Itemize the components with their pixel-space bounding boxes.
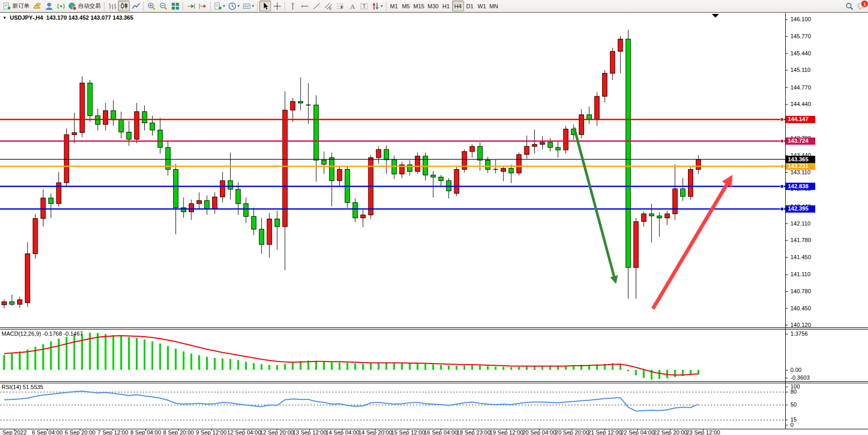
candle bbox=[2, 302, 7, 305]
price-badge-142.395: 142.395 bbox=[786, 205, 815, 213]
time-tick-label: 20 Sep 20:00 bbox=[555, 429, 589, 435]
signals-button[interactable] bbox=[55, 1, 67, 11]
notifications-button[interactable]: 1 bbox=[855, 1, 867, 11]
rsi-scale-label: 0 bbox=[790, 422, 794, 428]
time-tick-label: 13 Sep 12:00 bbox=[293, 429, 326, 435]
gold-button[interactable] bbox=[31, 1, 43, 11]
candle bbox=[634, 221, 638, 267]
new-chart-button[interactable]: ▾ bbox=[212, 1, 227, 11]
candle bbox=[641, 214, 646, 221]
periods-button[interactable]: ▾ bbox=[227, 1, 241, 11]
line-handle[interactable] bbox=[781, 140, 784, 143]
candle bbox=[25, 254, 30, 303]
tile-windows-icon bbox=[171, 2, 179, 10]
crosshair-button[interactable] bbox=[271, 1, 283, 11]
price-tick-label: 141.110 bbox=[790, 271, 811, 277]
chart-shift-marker[interactable] bbox=[712, 14, 719, 18]
auto-trading-button[interactable]: 自动交易 bbox=[67, 1, 102, 11]
toolbar-separator bbox=[285, 2, 285, 11]
cursor-button[interactable] bbox=[259, 1, 271, 11]
tile-windows-button[interactable] bbox=[169, 1, 181, 11]
bar-chart-icon bbox=[108, 2, 116, 10]
candle bbox=[220, 181, 225, 197]
line-handle[interactable] bbox=[781, 118, 784, 121]
time-tick-label: 18 Sep 23:00 bbox=[457, 429, 490, 435]
line-chart-button[interactable] bbox=[130, 1, 142, 11]
label-button[interactable]: T bbox=[358, 1, 370, 11]
auto-trading-icon bbox=[68, 2, 77, 10]
svg-text:143.365: 143.365 bbox=[788, 156, 809, 162]
chart-collapse-icon[interactable]: ▼ bbox=[3, 16, 7, 20]
zoom-in-button[interactable] bbox=[145, 1, 157, 11]
candle bbox=[213, 197, 217, 209]
down-arrow[interactable] bbox=[574, 128, 618, 284]
candle bbox=[49, 198, 53, 204]
channel-button[interactable]: E bbox=[322, 1, 334, 11]
tf-m15[interactable]: M15 bbox=[412, 1, 426, 11]
candle bbox=[134, 112, 139, 139]
fibonacci-button[interactable]: F bbox=[334, 1, 346, 11]
rsi-scale-label: 80 bbox=[790, 388, 797, 395]
price-tick-label: 140.450 bbox=[790, 305, 811, 311]
svg-text:143.724: 143.724 bbox=[788, 138, 809, 144]
price-tick-label: 144.770 bbox=[790, 84, 811, 91]
price-badge-142.838: 142.838 bbox=[786, 183, 815, 190]
line-handle[interactable] bbox=[781, 164, 784, 168]
candlestick-button[interactable] bbox=[118, 1, 130, 11]
svg-text:142.395: 142.395 bbox=[788, 205, 809, 212]
tf-w1[interactable]: W1 bbox=[476, 1, 488, 11]
time-tick-label: Sep 2022 bbox=[2, 429, 26, 435]
candle bbox=[579, 115, 583, 134]
tf-m1[interactable]: M1 bbox=[388, 1, 400, 11]
time-tick-label: 8 Sep 20:00 bbox=[163, 429, 193, 435]
tf-mn[interactable]: MN bbox=[488, 1, 500, 11]
chart-shift-button[interactable] bbox=[197, 1, 208, 11]
candle bbox=[72, 132, 77, 134]
vline-button[interactable] bbox=[287, 1, 298, 11]
time-tick-label: 19 Sep 12:00 bbox=[489, 429, 523, 435]
search-button[interactable] bbox=[843, 1, 855, 11]
toolbar-separator bbox=[143, 2, 144, 11]
candle bbox=[236, 189, 241, 204]
candle bbox=[672, 189, 677, 214]
new-order-button[interactable]: 新订单 bbox=[1, 1, 31, 11]
price-tick-label: 144.440 bbox=[790, 101, 811, 107]
chart-area[interactable]: 146.100145.770145.440145.110144.770144.4… bbox=[0, 0, 868, 435]
time-tick-label: 22 Sep 20:00 bbox=[653, 429, 687, 435]
candle bbox=[64, 134, 69, 183]
crosshair-icon bbox=[273, 2, 281, 10]
line-handle[interactable] bbox=[781, 185, 784, 188]
templates-button[interactable]: ▾ bbox=[241, 1, 256, 11]
tf-d1[interactable]: D1 bbox=[464, 1, 476, 11]
periods-icon bbox=[228, 2, 236, 10]
candle bbox=[18, 299, 22, 304]
candle bbox=[10, 302, 14, 304]
time-tick-label: 12 Sep 20:00 bbox=[260, 429, 293, 435]
tf-m30[interactable]: M30 bbox=[426, 1, 440, 11]
community-button[interactable] bbox=[43, 1, 55, 11]
trendline-button[interactable] bbox=[310, 1, 322, 11]
line-handle[interactable] bbox=[781, 207, 784, 211]
shapes-button[interactable]: ▾ bbox=[370, 1, 384, 11]
text-icon: A bbox=[348, 2, 356, 10]
candle bbox=[532, 144, 537, 146]
zoom-out-button[interactable] bbox=[157, 1, 169, 11]
fibonacci-icon: F bbox=[336, 2, 345, 10]
tf-m5[interactable]: M5 bbox=[400, 1, 412, 11]
tf-h4[interactable]: H4 bbox=[452, 1, 464, 11]
hline-icon bbox=[301, 2, 309, 10]
bar-chart-button[interactable] bbox=[106, 1, 118, 11]
tf-h1[interactable]: H1 bbox=[440, 1, 452, 11]
candle bbox=[33, 218, 38, 253]
auto-scroll-button[interactable] bbox=[185, 1, 197, 11]
candle bbox=[423, 156, 428, 175]
candle bbox=[337, 170, 342, 181]
hline-button[interactable] bbox=[298, 1, 310, 11]
candle bbox=[595, 96, 600, 119]
trendline-icon bbox=[312, 2, 321, 10]
candle bbox=[525, 146, 529, 155]
candle bbox=[244, 204, 248, 217]
signals-icon bbox=[57, 2, 65, 10]
price-badge-143.365: 143.365 bbox=[786, 156, 815, 163]
text-button[interactable]: A bbox=[346, 1, 358, 11]
